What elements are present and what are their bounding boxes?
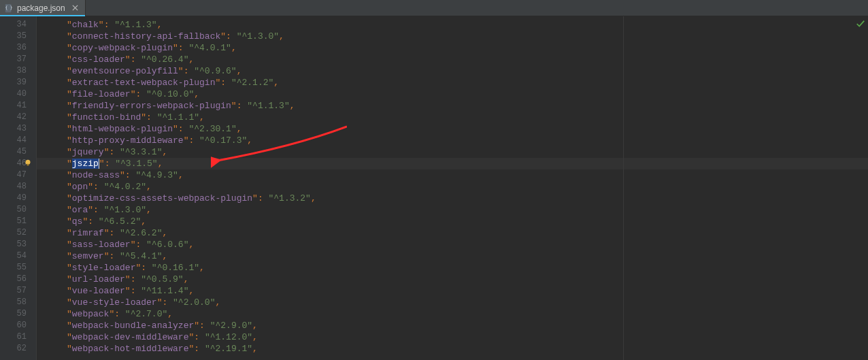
svg-point-1 [26,160,31,165]
text-selection: jszip [72,159,99,169]
inspection-ok-icon [856,19,865,29]
line-number: 50 [0,204,27,216]
code-line[interactable]: "vue-loader": "^11.1.4", [37,285,868,297]
code-line[interactable]: "webpack": "^2.7.0", [37,308,868,320]
right-margin-guide [623,16,624,360]
line-number: 44 [0,135,27,146]
line-number: 43 [0,123,27,135]
line-number: 52 [0,227,27,239]
line-number: 34 [0,19,27,31]
line-number: 38 [0,65,27,77]
line-number: 59 [0,308,27,320]
code-line[interactable]: "rimraf": "^2.6.2", [37,227,868,239]
line-number: 35 [0,31,27,42]
file-tab[interactable]: package.json [0,0,86,16]
line-number: 41 [0,100,27,112]
code-line[interactable]: "html-webpack-plugin": "^2.30.1", [37,123,868,135]
tab-bar: package.json [0,0,868,16]
code-line[interactable]: "optimize-css-assets-webpack-plugin": "^… [37,193,868,204]
line-number: 40 [0,88,27,100]
code-line[interactable]: "qs": "^6.5.2", [37,216,868,227]
code-line[interactable]: "url-loader": "^0.5.9", [37,274,868,285]
line-number: 62 [0,343,27,355]
line-number: 49 [0,193,27,204]
json-file-icon [4,3,14,13]
lightbulb-icon[interactable] [23,158,33,167]
svg-rect-2 [27,164,29,166]
line-number: 48 [0,181,27,193]
code-line[interactable]: "css-loader": "^0.26.4", [37,54,868,65]
line-number: 51 [0,216,27,227]
code-line[interactable]: "chalk": "^1.1.3", [37,19,868,31]
code-line[interactable]: "connect-history-api-fallback": "^1.3.0"… [37,31,868,42]
code-line[interactable]: "function-bind": "^1.1.1", [37,112,868,123]
line-number: 42 [0,112,27,123]
line-number: 55 [0,262,27,274]
line-number: 56 [0,274,27,285]
line-number: 36 [0,42,27,54]
line-number: 58 [0,297,27,308]
line-number: 60 [0,320,27,331]
code-line[interactable]: "webpack-hot-middleware": "^2.19.1", [37,343,868,355]
code-line[interactable]: "opn": "^4.0.2", [37,181,868,193]
code-line[interactable]: "eventsource-polyfill": "^0.9.6", [37,65,868,77]
line-number: 45 [0,146,27,158]
code-line[interactable]: "copy-webpack-plugin": "^4.0.1", [37,42,868,54]
code-line[interactable]: "ora": "^1.3.0", [37,204,868,216]
code-line[interactable]: "webpack-dev-middleware": "^1.12.0", [37,331,868,343]
close-icon[interactable] [71,4,80,12]
line-number: 57 [0,285,27,297]
code-line[interactable]: "file-loader": "^0.10.0", [37,88,868,100]
code-line[interactable]: "sass-loader": "^6.0.6", [37,239,868,250]
code-line[interactable]: "jquery": "^3.3.1", [37,146,868,158]
line-number: 54 [0,250,27,262]
line-number: 39 [0,77,27,88]
line-number: 47 [0,169,27,181]
code-line[interactable]: "node-sass": "^4.9.3", [37,169,868,181]
gutter: 3435363738394041424344454647484950515253… [0,16,37,360]
code-line[interactable]: "style-loader": "^0.16.1", [37,262,868,274]
code-line[interactable]: "webpack-bundle-analyzer": "^2.9.0", [37,320,868,331]
code-line[interactable]: "semver": "^5.4.1", [37,250,868,262]
code-area[interactable]: "chalk": "^1.1.3","connect-history-api-f… [37,16,868,360]
line-number: 53 [0,239,27,250]
code-line[interactable]: "friendly-errors-webpack-plugin": "^1.1.… [37,100,868,112]
line-number: 37 [0,54,27,65]
code-editor[interactable]: 3435363738394041424344454647484950515253… [0,16,868,360]
line-number: 61 [0,331,27,343]
tab-filename: package.json [17,3,65,13]
code-line[interactable]: "vue-style-loader": "^2.0.0", [37,297,868,308]
code-line[interactable]: "http-proxy-middleware": "^0.17.3", [37,135,868,146]
code-line[interactable]: "extract-text-webpack-plugin": "^2.1.2", [37,77,868,88]
code-line[interactable]: "jszip": "^3.1.5", [37,158,868,169]
